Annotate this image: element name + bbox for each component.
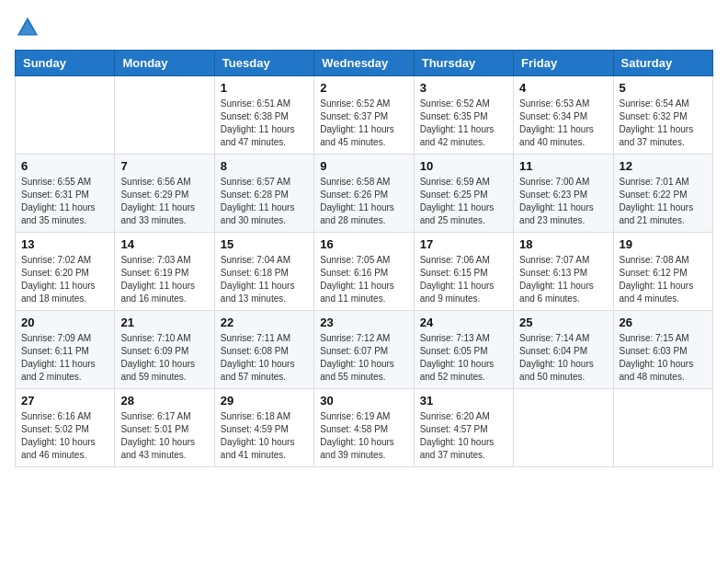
cell-info: Sunrise: 6:56 AM Sunset: 6:29 PM Dayligh… [120, 176, 208, 227]
calendar-cell-3-6: 18Sunrise: 7:07 AM Sunset: 6:13 PM Dayli… [514, 233, 613, 311]
cell-day-number: 22 [221, 316, 308, 329]
calendar-cell-5-3: 29Sunrise: 6:18 AM Sunset: 4:59 PM Dayli… [214, 389, 313, 467]
weekday-header-friday: Friday [514, 51, 613, 76]
cell-info: Sunrise: 6:16 AM Sunset: 5:02 PM Dayligh… [21, 410, 108, 462]
cell-day-number: 4 [519, 81, 607, 95]
cell-day-number: 8 [221, 159, 308, 173]
cell-day-number: 9 [320, 159, 407, 173]
cell-info: Sunrise: 7:00 AM Sunset: 6:23 PM Dayligh… [519, 176, 607, 227]
logo-icon [15, 15, 40, 40]
calendar-cell-4-3: 22Sunrise: 7:11 AM Sunset: 6:08 PM Dayli… [214, 311, 313, 389]
cell-info: Sunrise: 7:12 AM Sunset: 6:07 PM Dayligh… [320, 332, 407, 384]
cell-day-number: 18 [519, 237, 607, 251]
cell-info: Sunrise: 7:10 AM Sunset: 6:09 PM Dayligh… [120, 332, 208, 384]
cell-day-number: 14 [120, 237, 208, 251]
cell-info: Sunrise: 6:19 AM Sunset: 4:58 PM Dayligh… [320, 410, 407, 462]
cell-day-number: 2 [320, 81, 407, 95]
calendar-cell-5-1: 27Sunrise: 6:16 AM Sunset: 5:02 PM Dayli… [16, 389, 115, 467]
calendar-cell-4-2: 21Sunrise: 7:10 AM Sunset: 6:09 PM Dayli… [115, 311, 214, 389]
calendar-cell-2-7: 12Sunrise: 7:01 AM Sunset: 6:22 PM Dayli… [613, 155, 712, 233]
cell-day-number: 30 [320, 394, 407, 408]
calendar-cell-2-4: 9Sunrise: 6:58 AM Sunset: 6:26 PM Daylig… [314, 155, 414, 233]
calendar-cell-3-2: 14Sunrise: 7:03 AM Sunset: 6:19 PM Dayli… [115, 233, 214, 311]
cell-info: Sunrise: 7:06 AM Sunset: 6:15 PM Dayligh… [420, 254, 507, 305]
cell-day-number: 16 [320, 237, 407, 251]
cell-day-number: 5 [620, 81, 707, 95]
calendar-cell-3-1: 13Sunrise: 7:02 AM Sunset: 6:20 PM Dayli… [16, 233, 115, 311]
cell-day-number: 21 [120, 316, 208, 329]
page-header [15, 15, 713, 40]
calendar-cell-4-4: 23Sunrise: 7:12 AM Sunset: 6:07 PM Dayli… [314, 311, 414, 389]
calendar-cell-1-6: 4Sunrise: 6:53 AM Sunset: 6:34 PM Daylig… [514, 76, 613, 155]
cell-day-number: 15 [221, 237, 308, 251]
weekday-header-saturday: Saturday [613, 51, 712, 76]
calendar-cell-1-3: 1Sunrise: 6:51 AM Sunset: 6:38 PM Daylig… [214, 76, 313, 155]
calendar-cell-3-7: 19Sunrise: 7:08 AM Sunset: 6:12 PM Dayli… [613, 233, 712, 311]
logo [15, 15, 44, 40]
cell-day-number: 26 [620, 316, 707, 329]
calendar-cell-2-1: 6Sunrise: 6:55 AM Sunset: 6:31 PM Daylig… [16, 155, 115, 233]
cell-info: Sunrise: 6:52 AM Sunset: 6:37 PM Dayligh… [320, 98, 407, 149]
cell-info: Sunrise: 7:07 AM Sunset: 6:13 PM Dayligh… [519, 254, 607, 305]
cell-info: Sunrise: 7:13 AM Sunset: 6:05 PM Dayligh… [420, 332, 507, 384]
calendar-cell-1-1 [16, 76, 115, 155]
cell-info: Sunrise: 7:11 AM Sunset: 6:08 PM Dayligh… [221, 332, 308, 384]
cell-info: Sunrise: 6:57 AM Sunset: 6:28 PM Dayligh… [221, 176, 308, 227]
weekday-header-tuesday: Tuesday [214, 51, 313, 76]
cell-info: Sunrise: 7:15 AM Sunset: 6:03 PM Dayligh… [620, 332, 707, 384]
calendar-cell-5-5: 31Sunrise: 6:20 AM Sunset: 4:57 PM Dayli… [414, 389, 513, 467]
cell-day-number: 6 [21, 159, 108, 173]
cell-day-number: 31 [420, 394, 507, 408]
calendar-cell-3-5: 17Sunrise: 7:06 AM Sunset: 6:15 PM Dayli… [414, 233, 513, 311]
cell-info: Sunrise: 6:53 AM Sunset: 6:34 PM Dayligh… [519, 98, 607, 149]
cell-day-number: 28 [120, 394, 208, 408]
cell-info: Sunrise: 7:03 AM Sunset: 6:19 PM Dayligh… [120, 254, 208, 305]
cell-info: Sunrise: 6:55 AM Sunset: 6:31 PM Dayligh… [21, 176, 108, 227]
cell-info: Sunrise: 7:04 AM Sunset: 6:18 PM Dayligh… [221, 254, 308, 305]
cell-day-number: 24 [420, 316, 507, 329]
cell-day-number: 17 [420, 237, 507, 251]
calendar-cell-1-4: 2Sunrise: 6:52 AM Sunset: 6:37 PM Daylig… [314, 76, 414, 155]
cell-day-number: 1 [221, 81, 308, 95]
cell-day-number: 12 [620, 159, 707, 173]
calendar: SundayMondayTuesdayWednesdayThursdayFrid… [15, 50, 713, 467]
calendar-cell-1-5: 3Sunrise: 6:52 AM Sunset: 6:35 PM Daylig… [414, 76, 513, 155]
cell-info: Sunrise: 7:01 AM Sunset: 6:22 PM Dayligh… [620, 176, 707, 227]
cell-info: Sunrise: 6:59 AM Sunset: 6:25 PM Dayligh… [420, 176, 507, 227]
cell-info: Sunrise: 7:05 AM Sunset: 6:16 PM Dayligh… [320, 254, 407, 305]
weekday-header-thursday: Thursday [414, 51, 513, 76]
calendar-cell-5-4: 30Sunrise: 6:19 AM Sunset: 4:58 PM Dayli… [314, 389, 414, 467]
cell-info: Sunrise: 7:08 AM Sunset: 6:12 PM Dayligh… [620, 254, 707, 305]
cell-info: Sunrise: 6:18 AM Sunset: 4:59 PM Dayligh… [221, 410, 308, 462]
weekday-header-monday: Monday [115, 51, 214, 76]
cell-info: Sunrise: 6:51 AM Sunset: 6:38 PM Dayligh… [221, 98, 308, 149]
weekday-header-wednesday: Wednesday [314, 51, 414, 76]
calendar-cell-3-3: 15Sunrise: 7:04 AM Sunset: 6:18 PM Dayli… [214, 233, 313, 311]
cell-info: Sunrise: 7:09 AM Sunset: 6:11 PM Dayligh… [21, 332, 108, 384]
calendar-cell-2-2: 7Sunrise: 6:56 AM Sunset: 6:29 PM Daylig… [115, 155, 214, 233]
cell-day-number: 19 [620, 237, 707, 251]
cell-day-number: 25 [519, 316, 607, 329]
calendar-cell-3-4: 16Sunrise: 7:05 AM Sunset: 6:16 PM Dayli… [314, 233, 414, 311]
calendar-cell-4-7: 26Sunrise: 7:15 AM Sunset: 6:03 PM Dayli… [613, 311, 712, 389]
cell-info: Sunrise: 6:17 AM Sunset: 5:01 PM Dayligh… [120, 410, 208, 462]
cell-day-number: 11 [519, 159, 607, 173]
calendar-cell-5-7 [613, 389, 712, 467]
calendar-cell-4-1: 20Sunrise: 7:09 AM Sunset: 6:11 PM Dayli… [16, 311, 115, 389]
calendar-cell-5-6 [514, 389, 613, 467]
cell-day-number: 13 [21, 237, 108, 251]
cell-info: Sunrise: 6:58 AM Sunset: 6:26 PM Dayligh… [320, 176, 407, 227]
cell-info: Sunrise: 7:02 AM Sunset: 6:20 PM Dayligh… [21, 254, 108, 305]
cell-day-number: 23 [320, 316, 407, 329]
cell-info: Sunrise: 6:54 AM Sunset: 6:32 PM Dayligh… [620, 98, 707, 149]
cell-info: Sunrise: 6:20 AM Sunset: 4:57 PM Dayligh… [420, 410, 507, 462]
calendar-cell-2-3: 8Sunrise: 6:57 AM Sunset: 6:28 PM Daylig… [214, 155, 313, 233]
weekday-header-sunday: Sunday [16, 51, 115, 76]
calendar-cell-1-2 [115, 76, 214, 155]
calendar-cell-4-6: 25Sunrise: 7:14 AM Sunset: 6:04 PM Dayli… [514, 311, 613, 389]
calendar-cell-2-6: 11Sunrise: 7:00 AM Sunset: 6:23 PM Dayli… [514, 155, 613, 233]
calendar-cell-5-2: 28Sunrise: 6:17 AM Sunset: 5:01 PM Dayli… [115, 389, 214, 467]
calendar-cell-4-5: 24Sunrise: 7:13 AM Sunset: 6:05 PM Dayli… [414, 311, 513, 389]
cell-day-number: 27 [21, 394, 108, 408]
cell-info: Sunrise: 7:14 AM Sunset: 6:04 PM Dayligh… [519, 332, 607, 384]
